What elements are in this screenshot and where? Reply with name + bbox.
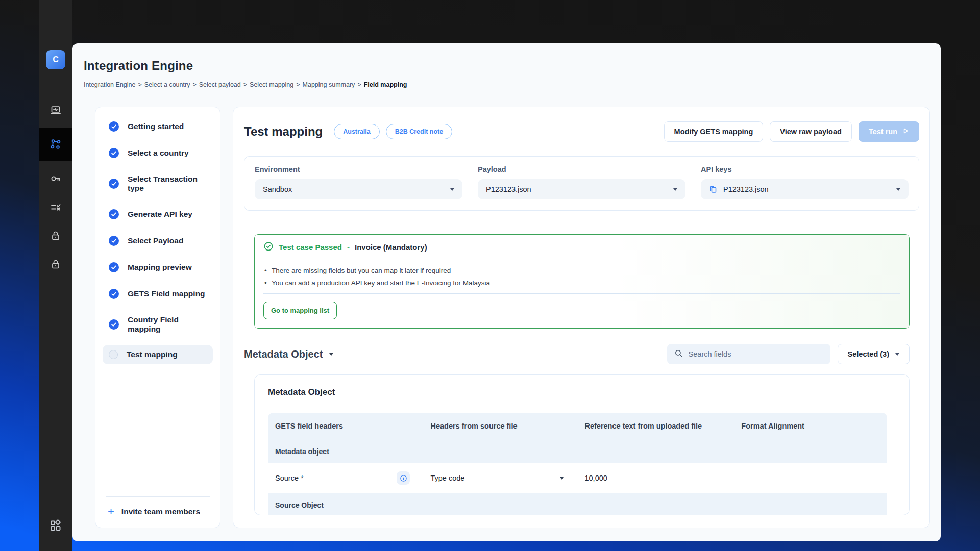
table-group-row: Metadata object — [268, 439, 887, 463]
stepper-item-select-a-country[interactable]: Select a country — [103, 143, 213, 163]
divider — [106, 496, 210, 497]
alert-bullet: You can add a production API key and sta… — [263, 279, 900, 287]
check-circle-icon — [109, 179, 119, 189]
app-sidebar: C — [39, 0, 72, 551]
breadcrumb: Integration Engine>Select a country>Sele… — [84, 81, 930, 88]
payload-select[interactable]: P123123.json — [478, 179, 685, 199]
field-mapping-table: GETS field headersHeaders from source fi… — [268, 413, 887, 515]
divider — [263, 293, 900, 294]
metadata-object-card: Metadata Object GETS field headersHeader… — [254, 374, 910, 515]
stepper-item-mapping-preview[interactable]: Mapping preview — [103, 257, 213, 278]
stepper-list: Getting startedSelect a countrySelect Tr… — [103, 116, 213, 364]
table-header-row: GETS field headersHeaders from source fi… — [268, 413, 887, 439]
search-fields-box — [667, 344, 830, 364]
stepper-item-select-transaction-type[interactable]: Select Transaction type — [103, 169, 213, 198]
source-header-select[interactable]: Type code — [423, 474, 577, 482]
play-icon — [902, 128, 909, 136]
chevron-down-icon — [896, 188, 900, 191]
breadcrumb-separator: > — [296, 81, 300, 88]
badge-b2b-credit-note[interactable]: B2B Credit note — [386, 124, 452, 139]
workspace-panel: Integration Engine Integration Engine>Se… — [72, 43, 941, 541]
breadcrumb-link[interactable]: Select payload — [199, 81, 241, 88]
sidebar-item-apps[interactable] — [39, 511, 72, 540]
plus-icon: + — [108, 506, 114, 517]
check-circle-icon — [109, 262, 119, 272]
lock-icon — [50, 230, 62, 242]
stepper-item-country-field-mapping[interactable]: Country Field mapping — [103, 310, 213, 339]
check-circle-icon — [109, 289, 119, 299]
api-keys-select[interactable]: P123123.json — [701, 179, 909, 199]
modify-gets-mapping-button[interactable]: Modify GETS mapping — [664, 121, 764, 142]
environment-select[interactable]: Sandbox — [255, 179, 462, 199]
stepper-item-generate-api-key[interactable]: Generate API key — [103, 204, 213, 224]
info-icon[interactable] — [397, 471, 410, 485]
environment-label: Environment — [255, 165, 462, 173]
group-row-label: Metadata object — [268, 447, 423, 456]
stepper-item-label: Mapping preview — [128, 263, 192, 272]
key-icon — [49, 172, 62, 185]
sidebar-item-locked-1[interactable] — [39, 221, 72, 250]
integration-icon — [49, 138, 62, 151]
breadcrumb-link[interactable]: Select mapping — [250, 81, 293, 88]
chevron-down-icon — [673, 188, 677, 191]
gets-field-cell: Source * — [268, 471, 423, 485]
empty-circle-icon — [109, 350, 118, 359]
breadcrumb-link[interactable]: Integration Engine — [84, 81, 135, 88]
check-circle-icon — [109, 121, 119, 132]
breadcrumb-separator: > — [357, 81, 361, 88]
sidebar-item-api-keys[interactable] — [39, 164, 72, 193]
table-row: Source *Type code10,000 — [268, 463, 887, 493]
reference-text-cell: 10,000 — [577, 474, 734, 482]
table-column-header: Headers from source file — [423, 422, 577, 430]
dashboard-icon — [50, 104, 62, 116]
view-raw-payload-button[interactable]: View raw payload — [770, 121, 852, 142]
test-result-alert: Test case Passed - Invoice (Mandatory) T… — [254, 234, 910, 329]
stepper-item-label: Generate API key — [128, 210, 192, 219]
stepper-item-gets-field-mapping[interactable]: GETS Field mapping — [103, 284, 213, 304]
breadcrumb-current: Field mapping — [364, 81, 407, 88]
breadcrumb-link[interactable]: Mapping summary — [303, 81, 355, 88]
metadata-card-title: Metadata Object — [268, 387, 896, 397]
table-group-row: Source Object — [268, 493, 887, 515]
table-column-header: Format Alignment — [734, 422, 887, 430]
stepper-item-test-mapping[interactable]: Test mapping — [103, 345, 213, 364]
sidebar-item-integration[interactable] — [39, 128, 72, 161]
source-header-value: Type code — [430, 474, 464, 482]
alert-status-text: Test case Passed — [279, 243, 342, 252]
check-circle-icon — [109, 148, 119, 158]
metadata-object-dropdown[interactable]: Metadata Object — [244, 348, 333, 360]
test-run-button[interactable]: Test run — [859, 121, 919, 142]
selected-filter-dropdown[interactable]: Selected (3) — [838, 344, 910, 364]
sidebar-item-dashboard[interactable] — [39, 96, 72, 124]
invite-team-members-button[interactable]: + Invite team members — [103, 506, 213, 517]
alert-bullet: There are missing fields but you can map… — [263, 267, 900, 274]
payload-label: Payload — [478, 165, 685, 173]
check-circle-icon — [109, 236, 119, 246]
badge-australia[interactable]: Australia — [334, 124, 380, 139]
stepper-item-select-payload[interactable]: Select Payload — [103, 231, 213, 251]
run-config-card: Environment Sandbox Payload P123123.json — [244, 156, 919, 211]
api-keys-label: API keys — [701, 165, 909, 173]
test-mapping-panel: Test mapping AustraliaB2B Credit note Mo… — [233, 107, 930, 528]
alert-bullet-list: There are missing fields but you can map… — [263, 267, 900, 287]
sidebar-item-locked-2[interactable] — [39, 250, 72, 279]
group-row-label: Source Object — [268, 501, 423, 509]
app-logo[interactable]: C — [46, 50, 65, 69]
chevron-down-icon — [895, 353, 899, 356]
table-column-header: Reference text from uploaded file — [577, 422, 734, 430]
divider — [263, 260, 900, 260]
stepper-item-getting-started[interactable]: Getting started — [103, 116, 213, 137]
gets-field-name: Source * — [275, 474, 304, 482]
stepper-item-label: Country Field mapping — [128, 315, 207, 334]
stepper-item-label: Select a country — [128, 148, 189, 158]
check-circle-icon — [109, 319, 119, 330]
chevron-down-icon — [450, 188, 454, 191]
breadcrumb-separator: > — [192, 81, 196, 88]
sidebar-item-validation[interactable] — [39, 193, 72, 221]
breadcrumb-link[interactable]: Select a country — [144, 81, 190, 88]
search-icon — [674, 349, 683, 360]
stepper-item-label: GETS Field mapping — [128, 289, 205, 298]
apps-icon — [49, 519, 62, 532]
search-fields-input[interactable] — [689, 350, 823, 358]
go-to-mapping-list-button[interactable]: Go to mapping list — [263, 302, 337, 319]
